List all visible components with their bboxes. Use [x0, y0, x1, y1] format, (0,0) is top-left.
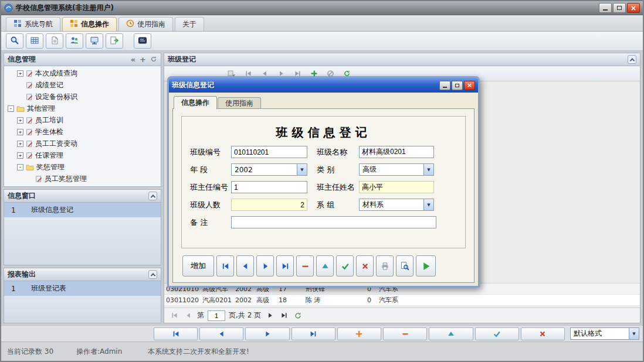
- preview-button[interactable]: [396, 255, 413, 276]
- expand-icon[interactable]: +: [17, 117, 23, 124]
- minimize-button[interactable]: [599, 3, 612, 13]
- info-tree: +本次成绩查询 成绩登记 设定备份标识 -其他管理 +员工培训 +学生体检 +员…: [4, 66, 161, 186]
- add-icon[interactable]: +: [140, 56, 146, 63]
- nav-add-button[interactable]: [337, 327, 381, 340]
- record-first-button[interactable]: [216, 255, 234, 276]
- teacher-no-input[interactable]: [231, 181, 307, 193]
- tree-item-staff-training[interactable]: +员工培训: [4, 114, 161, 126]
- close-icon: ×: [631, 4, 636, 12]
- tree-item-other-management[interactable]: -其他管理: [4, 103, 161, 114]
- dialog-tab-guide[interactable]: 使用指南: [218, 97, 261, 109]
- list-item-class-report[interactable]: 1 班级登记表: [4, 281, 161, 296]
- tree-item-score-query[interactable]: +本次成绩查询: [4, 67, 161, 79]
- record-cancel-button[interactable]: [356, 255, 374, 276]
- tab-system-nav[interactable]: 系统导航: [6, 17, 60, 31]
- export-button[interactable]: [106, 33, 123, 49]
- nav-next-button[interactable]: [245, 327, 289, 340]
- tab-label: 使用指南: [137, 19, 165, 29]
- class-name-input[interactable]: [359, 146, 434, 158]
- main-tabstrip: 系统导航 信息操作 使用指南 关于: [1, 15, 643, 32]
- chevron-down-icon[interactable]: ▼: [297, 164, 307, 175]
- chevron-down-icon[interactable]: ▼: [423, 199, 433, 210]
- users-button[interactable]: [66, 33, 83, 49]
- collapse-sidebar-icon[interactable]: «: [131, 56, 135, 63]
- next-page-button[interactable]: [265, 310, 275, 321]
- nav-prev-button[interactable]: [199, 327, 243, 340]
- tab-about[interactable]: 关于: [175, 17, 204, 31]
- panel-report-output: 报表输出 1 班级登记表: [4, 268, 161, 323]
- dialog-tab-info-ops[interactable]: 信息操作: [174, 96, 217, 109]
- format-select[interactable]: 默认格式 ▼: [570, 327, 639, 340]
- collapse-icon[interactable]: -: [17, 164, 23, 170]
- nav-confirm-button[interactable]: [475, 327, 519, 340]
- document-button[interactable]: [46, 33, 63, 49]
- export-icon: [110, 36, 119, 47]
- category-select[interactable]: 高级 ▼: [359, 163, 434, 176]
- class-no-input[interactable]: [231, 146, 307, 158]
- dept-select[interactable]: 材料系 ▼: [359, 199, 434, 211]
- console-button[interactable]: [134, 33, 151, 49]
- nav-edit-button[interactable]: [429, 327, 473, 340]
- nav-last-button[interactable]: [292, 327, 335, 340]
- tab-guide[interactable]: 使用指南: [118, 17, 173, 31]
- record-confirm-button[interactable]: [336, 255, 354, 276]
- collapse-panel-button[interactable]: [148, 192, 157, 200]
- app-window: 学校信息管理系统(非注册用户) × 系统导航 信息操作 使用指南 关于: [0, 0, 644, 362]
- item-label: 班级信息登记: [31, 205, 73, 215]
- tree-item-course-management[interactable]: +任课管理: [4, 149, 161, 161]
- collapse-icon[interactable]: -: [8, 105, 14, 112]
- run-button[interactable]: [416, 255, 436, 276]
- table-row[interactable]: 03011020 汽高0201 2002 高级 18 陈 涛 0 汽车系: [164, 295, 640, 306]
- tab-info-ops[interactable]: 信息操作: [62, 17, 117, 31]
- nav-delete-button[interactable]: [383, 327, 427, 340]
- tree-item-staff-reward-mgmt[interactable]: 员工奖惩管理: [4, 173, 161, 185]
- prev-page-button[interactable]: [183, 310, 194, 321]
- nav-cancel-button[interactable]: [521, 327, 565, 340]
- year-select[interactable]: 2002 ▼: [231, 163, 307, 176]
- item-index: 1: [4, 206, 22, 214]
- maximize-button[interactable]: [613, 3, 626, 13]
- nav-first-button[interactable]: [154, 327, 198, 340]
- clock-icon: [126, 19, 134, 29]
- tree-item-score-register[interactable]: 成绩登记: [4, 79, 161, 91]
- record-count: 当前记录数 30: [7, 347, 76, 357]
- record-next-button[interactable]: [256, 255, 274, 276]
- refresh-page-icon[interactable]: [293, 310, 303, 321]
- refresh-icon[interactable]: [150, 56, 157, 64]
- collapse-main-button[interactable]: [628, 55, 636, 64]
- tree-item-reward-punishment[interactable]: -奖惩管理: [4, 161, 161, 173]
- print-button[interactable]: [376, 255, 394, 276]
- record-delete-button[interactable]: [296, 255, 314, 276]
- expand-icon[interactable]: +: [17, 129, 23, 135]
- sidebar: 信息管理 « + +本次成绩查询 成绩登记 设定备份标识 -其他管理 +员工培训…: [4, 53, 161, 323]
- table-view-button[interactable]: [26, 33, 43, 49]
- dialog-close-button[interactable]: ×: [464, 81, 475, 90]
- first-page-button[interactable]: [169, 310, 179, 321]
- tree-item-salary-change[interactable]: +员工工资变动: [4, 138, 161, 149]
- chevron-down-icon[interactable]: ▼: [423, 164, 433, 175]
- collapse-panel-button[interactable]: [148, 270, 157, 279]
- remark-input[interactable]: [231, 216, 436, 228]
- record-prev-button[interactable]: [236, 255, 254, 276]
- panel-title: 信息窗口: [8, 191, 36, 201]
- query-button[interactable]: [6, 33, 23, 49]
- dialog-minimize-button[interactable]: [439, 81, 450, 90]
- record-last-button[interactable]: [276, 255, 294, 276]
- tree-item-backup-flag[interactable]: 设定备份标识: [4, 91, 161, 103]
- add-button[interactable]: 增加: [182, 255, 214, 276]
- expand-icon[interactable]: +: [17, 152, 23, 159]
- expand-icon[interactable]: +: [17, 70, 23, 77]
- record-edit-button[interactable]: [316, 255, 334, 276]
- tree-leaf-icon: [26, 93, 33, 101]
- monitor-button[interactable]: [86, 33, 103, 49]
- chevron-down-icon[interactable]: ▼: [629, 328, 639, 339]
- expand-icon[interactable]: +: [17, 141, 23, 147]
- page-number-input[interactable]: [208, 310, 225, 321]
- cell-class-name: 汽高0201: [201, 296, 233, 305]
- tree-item-student-checkup[interactable]: +学生体检: [4, 126, 161, 138]
- dialog-titlebar[interactable]: 班级信息登记 ×: [169, 78, 478, 93]
- dialog-maximize-button[interactable]: [452, 81, 463, 90]
- list-item-class-info[interactable]: 1 班级信息登记: [4, 203, 161, 217]
- close-button[interactable]: ×: [627, 3, 640, 13]
- last-page-button[interactable]: [279, 310, 289, 321]
